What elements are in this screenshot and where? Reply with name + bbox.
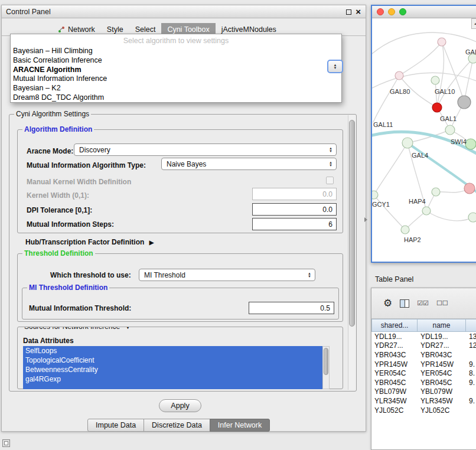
- network-edge[interactable]: [373, 76, 399, 122]
- table-row[interactable]: YBR043CYBR043C: [371, 350, 476, 360]
- mi-threshold-field[interactable]: 0.5: [249, 302, 334, 314]
- table-cell: YDR27...: [371, 341, 418, 350]
- close-window-icon[interactable]: ×: [356, 8, 361, 15]
- minimized-panel-icon[interactable]: [2, 439, 10, 447]
- control-panel-window: Control Panel × NetworkStyleSelectCyni T…: [1, 5, 366, 432]
- table-toolbar: ⚙ ☑☑ ☐☐: [371, 288, 476, 319]
- network-canvas[interactable]: GAL80GAL10GAL11GAL1SWI4GAL4GCY1HAP4HAP2G…: [372, 18, 476, 262]
- hub-definition-label: Hub/Transcription Factor Definition: [25, 238, 144, 246]
- table-row[interactable]: YPR145WYPR145W9.: [371, 360, 476, 369]
- network-edge[interactable]: [437, 42, 444, 107]
- column-header[interactable]: [466, 319, 476, 332]
- table-cell: YPR145W: [371, 360, 418, 369]
- attribute-item[interactable]: gal4RGexp: [23, 374, 330, 384]
- table-cell: 9.: [466, 360, 476, 369]
- network-node[interactable]: [422, 207, 431, 215]
- aracne-mode-select[interactable]: Discovery ▲▼: [74, 144, 337, 156]
- settings-scrollbar[interactable]: [348, 115, 356, 390]
- network-node[interactable]: [432, 103, 442, 112]
- hub-definition-toggle[interactable]: Hub/Transcription Factor Definition ▶: [25, 238, 154, 246]
- attribute-item[interactable]: SelfLoops: [23, 346, 330, 356]
- kernel-width-field[interactable]: 0.0: [252, 188, 337, 200]
- network-node[interactable]: [458, 96, 471, 109]
- gear-icon[interactable]: ⚙: [383, 298, 392, 308]
- expand-icon: ▶: [149, 239, 154, 246]
- table-cell: YBL079W: [418, 387, 466, 396]
- network-edge[interactable]: [399, 42, 442, 76]
- algorithm-option[interactable]: Dream8 DC_TDC Algorithm: [11, 93, 341, 103]
- network-node[interactable]: [464, 183, 475, 194]
- bottom-tab-infer-network[interactable]: Infer Network: [210, 419, 270, 432]
- algorithm-option[interactable]: Mutual Information Inference: [11, 74, 341, 84]
- minimize-traffic-light[interactable]: [388, 8, 395, 15]
- columns-icon[interactable]: [400, 299, 409, 308]
- dpi-tolerance-field[interactable]: 0.0: [252, 203, 337, 216]
- column-header[interactable]: shared...: [371, 319, 418, 332]
- cyni-bottom-tabs: Impute DataDiscretize DataInfer Network: [88, 419, 270, 432]
- network-edge[interactable]: [374, 195, 405, 230]
- network-node[interactable]: [432, 188, 440, 196]
- column-header[interactable]: name: [418, 319, 466, 332]
- network-node[interactable]: [402, 138, 413, 148]
- mi-algorithm-type-select[interactable]: Naive Bayes ▲▼: [161, 158, 337, 170]
- network-node[interactable]: [468, 213, 476, 222]
- algorithm-combo-button[interactable]: ▲▼: [327, 60, 343, 73]
- network-edge[interactable]: [372, 32, 476, 54]
- selected-value: Naive Bayes: [167, 160, 206, 168]
- mi-threshold-definition-title: MI Threshold Definition: [27, 283, 109, 292]
- algorithm-option[interactable]: Bayesian – Hill Climbing: [11, 47, 341, 56]
- scrollbar-thumb[interactable]: [324, 348, 328, 375]
- table-row[interactable]: YBL079WYBL079W: [371, 387, 476, 397]
- network-node[interactable]: [465, 139, 476, 149]
- table-row[interactable]: YDR27...YDR27...12: [371, 341, 476, 351]
- algorithm-option[interactable]: ARACNE Algorithm: [11, 66, 341, 75]
- mi-threshold-label: Mutual Information Threshold:: [29, 304, 131, 312]
- algorithm-option[interactable]: Basic Correlation Inference: [11, 56, 341, 66]
- network-scrollbar[interactable]: ▲: [471, 18, 476, 29]
- deselect-all-checks-icon[interactable]: ☐☐: [436, 299, 448, 307]
- attribute-item[interactable]: BetweennessCentrality: [23, 365, 330, 374]
- table-row[interactable]: YLR345WYLR345W9.: [371, 396, 476, 406]
- table-cell: YDL19...: [371, 332, 418, 341]
- algorithm-definition-title: Algorithm Definition: [22, 125, 94, 133]
- algorithm-option[interactable]: Bayesian – K2: [11, 84, 341, 93]
- table-cell: YBR043C: [418, 351, 466, 359]
- sources-group-title: Sources for Network Inference: [24, 327, 120, 331]
- which-threshold-select[interactable]: MI Threshold ▲▼: [139, 269, 315, 281]
- scrollbar-thumb[interactable]: [349, 120, 355, 327]
- network-window-titlebar[interactable]: [372, 6, 476, 18]
- table-row[interactable]: YER054CYER054C8.: [371, 369, 476, 378]
- network-node[interactable]: [438, 38, 446, 46]
- manual-kernel-width-checkbox[interactable]: [326, 177, 334, 184]
- table-row[interactable]: YBR045CYBR045C9.: [371, 378, 476, 387]
- mi-steps-field[interactable]: 6: [252, 218, 337, 230]
- table-row[interactable]: YJL052CYJL052C: [371, 406, 476, 415]
- sources-group-toggle[interactable]: Sources for Network Inference ▼: [22, 327, 132, 331]
- bottom-tab-discretize-data[interactable]: Discretize Data: [144, 419, 210, 432]
- network-edge[interactable]: [374, 143, 407, 195]
- network-view-window: GAL80GAL10GAL11GAL1SWI4GAL4GCY1HAP4HAP2G…: [371, 5, 476, 263]
- attribute-item[interactable]: TopologicalCoefficient: [23, 356, 330, 365]
- attributes-scrollbar[interactable]: [322, 346, 330, 389]
- table-header-row: shared...name: [371, 319, 476, 332]
- network-edge[interactable]: [372, 73, 476, 88]
- network-node[interactable]: [372, 191, 378, 199]
- table-row[interactable]: YDL19...YDL19...13: [371, 332, 476, 341]
- select-all-checks-icon[interactable]: ☑☑: [417, 299, 429, 307]
- float-window-icon[interactable]: [346, 9, 351, 15]
- split-pane-toggle-icon[interactable]: [364, 217, 367, 222]
- settings-group-title: Cyni Algorithm Settings: [14, 110, 91, 118]
- apply-button[interactable]: Apply: [159, 399, 201, 412]
- network-edge[interactable]: [426, 211, 473, 221]
- zoom-traffic-light[interactable]: [399, 8, 406, 15]
- network-node[interactable]: [445, 125, 455, 135]
- network-node[interactable]: [401, 226, 409, 234]
- network-node[interactable]: [431, 76, 439, 84]
- table-cell: 9.: [466, 379, 476, 387]
- close-traffic-light[interactable]: [377, 8, 384, 15]
- network-node[interactable]: [395, 71, 403, 80]
- dpi-tolerance-label: DPI Tolerance [0,1]:: [27, 206, 92, 214]
- control-panel-titlebar[interactable]: Control Panel ×: [2, 5, 366, 18]
- algorithm-dropdown-popup: Select algorithm to view settings Bayesi…: [10, 34, 342, 103]
- bottom-tab-impute-data[interactable]: Impute Data: [87, 419, 144, 432]
